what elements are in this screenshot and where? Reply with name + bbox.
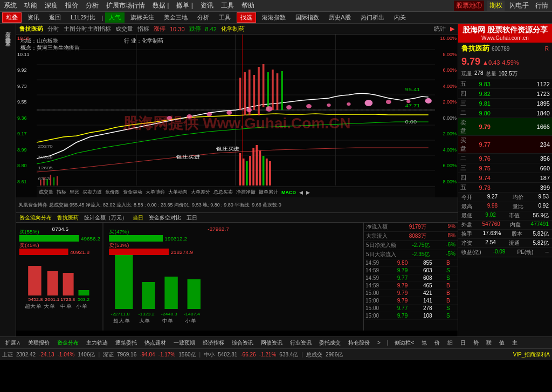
tab-tools[interactable]: 工具 — [215, 12, 234, 23]
stat-circ-label: 流通 — [509, 239, 520, 247]
svg-rect-76 — [78, 290, 89, 295]
tab-bigdir[interactable]: 大单动向 — [168, 189, 188, 196]
tab-link[interactable]: 联 — [483, 339, 495, 347]
tab-detail[interactable]: 细 — [444, 339, 456, 347]
left-item-direction[interactable]: 走向 — [4, 29, 12, 31]
tab-hot[interactable]: 热门析出 — [357, 12, 388, 23]
trade-type-5: B — [445, 290, 458, 297]
tab-intl-index[interactable]: 国际指数 — [292, 12, 323, 23]
stock-pool-btn[interactable]: 股票池① — [454, 1, 484, 11]
left-item-basic[interactable]: 基本面 — [4, 36, 12, 38]
tab-order-trade[interactable]: 委托成交 — [316, 339, 344, 347]
scroll-right[interactable]: ▶ — [306, 190, 310, 195]
pct-label-9: 8.00% — [436, 179, 457, 184]
svg-text:-503.2: -503.2 — [76, 297, 89, 301]
tab-vol[interactable]: 成交量 — [39, 189, 53, 196]
tab-capital[interactable]: 资金驱动 — [123, 189, 142, 196]
tab-indicator[interactable]: 指标 — [57, 189, 66, 196]
stat-volratio-label: 量比 — [513, 203, 523, 210]
tab-hot-topic[interactable]: 热点题材 — [141, 339, 169, 347]
flash-trader-btn[interactable]: 闪电手 — [508, 1, 530, 10]
pct-axis: 10.00% 8.00% 6.00% 4.00% 2.00% 0.00% 2.0… — [435, 35, 458, 185]
left-item-funds[interactable]: 技术分析 — [4, 32, 12, 35]
tab-consensus[interactable]: 一致预期 — [170, 339, 198, 347]
tab-stack[interactable]: 堆叠 — [2, 12, 22, 23]
left-item-distribute[interactable]: 分布 — [4, 26, 12, 28]
tab-related-quote[interactable]: 关联报价 — [25, 339, 53, 347]
scroll-left[interactable]: ◀ — [299, 190, 303, 195]
tab-holdings[interactable]: 持仓股份 — [345, 339, 373, 347]
tab-more[interactable]: > — [374, 339, 384, 346]
price-label-6: 9.17 — [17, 131, 36, 136]
menu-function[interactable]: 功能 — [23, 1, 39, 10]
tab-tick-order[interactable]: 逐笔委托 — [112, 339, 140, 347]
menu-tools[interactable]: 工具 — [219, 1, 236, 10]
tab-bond-news[interactable]: 网债资讯 — [258, 339, 286, 347]
tab-capital-dist[interactable]: 资金分布 — [54, 339, 82, 347]
tab-flag[interactable]: 旗标关注 — [127, 12, 158, 23]
tab-bigdiff[interactable]: 大单差分 — [191, 189, 210, 196]
tab-back[interactable]: 返回 — [45, 12, 65, 23]
menu-system[interactable]: 系统 — [2, 1, 18, 10]
menu-analysis[interactable]: 分析 — [84, 1, 100, 10]
chart-expand-btn[interactable]: ▶ — [450, 25, 454, 32]
tab-net-buysell[interactable]: 净挂净撤 — [236, 189, 256, 196]
tab-industry-news[interactable]: 行业资讯 — [287, 339, 315, 347]
stat-low-label: 最低 — [461, 212, 472, 219]
table-row: 15:00 9.79 108 S — [364, 312, 458, 320]
tab-analysis[interactable]: 分析 — [194, 12, 213, 23]
mf-tab-today[interactable]: 当日 — [133, 214, 143, 222]
tab-pen[interactable]: 笔 — [418, 339, 430, 347]
tab-l1l2[interactable]: L1L2对比 — [67, 12, 99, 23]
menu-news[interactable]: 资讯 — [199, 1, 215, 10]
tab-popular[interactable]: 人气 — [105, 12, 125, 23]
tab-econ-indicator[interactable]: 经济指标 — [199, 339, 227, 347]
mf-tab-compare[interactable]: 资金多空对比 — [149, 214, 181, 222]
tab-bigbet[interactable]: 大单博弈 — [146, 189, 165, 196]
tab-select[interactable]: 找选 — [237, 12, 256, 23]
money-flow-section: 资金流向分布 鲁抗医药 统计金额（万元） 当日 资金多空对比 五日 买(55%)… — [16, 212, 458, 331]
flow-chart-svg: 买(55%) 49656.2 卖(45%) 40921.8 8734.5 545… — [16, 223, 363, 331]
menu-help[interactable]: 帮助 — [240, 1, 256, 10]
options-btn[interactable]: 期权 — [487, 1, 505, 11]
tab-macd[interactable]: MACD — [281, 190, 296, 195]
tab-hist-a[interactable]: 历史A股 — [325, 12, 354, 23]
stat-income-label: 收益(亿) — [461, 249, 481, 256]
tab-compete[interactable]: 竞价图 — [105, 189, 120, 196]
tab-hk-index[interactable]: 港港指数 — [258, 12, 289, 23]
tab-buysell[interactable]: 买卖力道 — [82, 189, 102, 196]
mf-tab-dist[interactable]: 资金流向分布 — [19, 214, 52, 222]
tab-inner[interactable]: 内关 — [390, 12, 410, 23]
tab-total-buy[interactable]: 总总买卖 — [213, 189, 233, 196]
tab-news-all[interactable]: 综合资讯 — [229, 339, 257, 347]
mid-label: 中小 — [204, 351, 215, 359]
svg-point-35 — [386, 100, 391, 104]
sz2-vol: 1560亿 — [178, 351, 196, 359]
tab-ratio[interactable]: 里比 — [70, 189, 79, 196]
mf-tab-5day[interactable]: 五日 — [187, 214, 197, 222]
tab-value[interactable]: 值 — [496, 339, 508, 347]
menu-market[interactable]: 扩展市场行情 — [105, 1, 147, 10]
tab-trend[interactable]: 势 — [470, 339, 482, 347]
menu-quote[interactable]: 报价 — [64, 1, 80, 10]
svg-point-26 — [206, 112, 212, 116]
tab-daily[interactable]: 日 — [457, 339, 469, 347]
menu-data[interactable]: 数据 | — [151, 1, 170, 10]
tab-gold3[interactable]: 美金三地 — [160, 12, 191, 23]
svg-text:小单: 小单 — [185, 318, 196, 323]
tab-main2[interactable]: 主 — [509, 339, 521, 347]
tab-news[interactable]: 资讯 — [24, 12, 43, 23]
market-btn[interactable]: 行情 — [534, 1, 550, 10]
svg-rect-23 — [281, 71, 283, 110]
svg-point-37 — [425, 98, 432, 104]
tab-expand[interactable]: 扩展∧ — [2, 339, 24, 347]
menu-cancel[interactable]: 撤单 | — [175, 1, 194, 10]
tab-sidebar[interactable]: 侧边栏< — [391, 339, 417, 347]
menu-depth[interactable]: 深度 — [43, 1, 59, 10]
tab-price[interactable]: 价 — [431, 339, 443, 347]
mid-change: -66.26 — [240, 352, 256, 357]
total-label: 总成交 — [306, 351, 322, 359]
tab-main-track[interactable]: 主力轨迹 — [83, 339, 111, 347]
svg-text:-1487.4: -1487.4 — [184, 311, 200, 316]
tab-cancel[interactable]: 撤单累计 — [259, 189, 278, 196]
